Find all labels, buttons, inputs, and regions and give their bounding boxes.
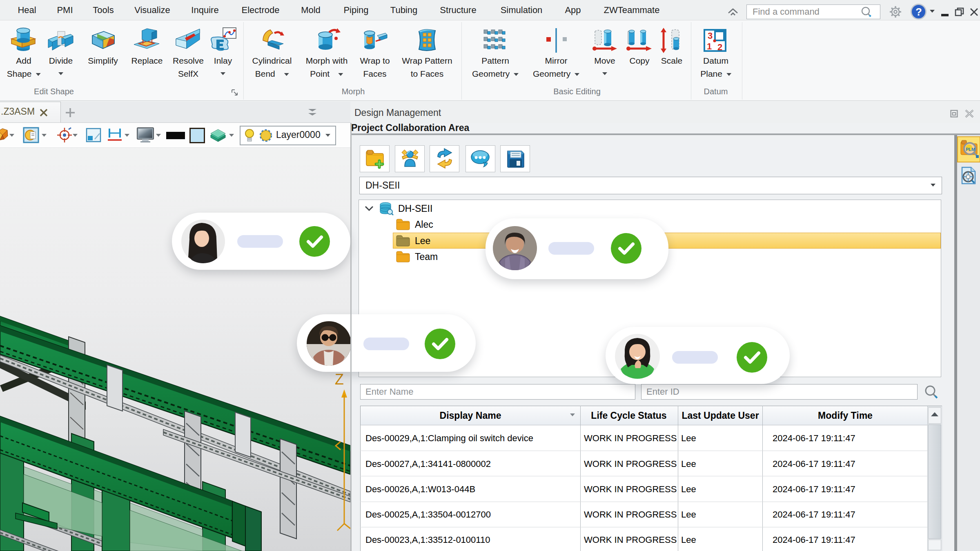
svg-text:PLM: PLM [966, 147, 975, 152]
svg-text:2: 2 [717, 42, 722, 52]
svg-text:1: 1 [707, 41, 712, 51]
svg-text:3: 3 [708, 31, 713, 41]
svg-text:Z: Z [335, 371, 344, 388]
